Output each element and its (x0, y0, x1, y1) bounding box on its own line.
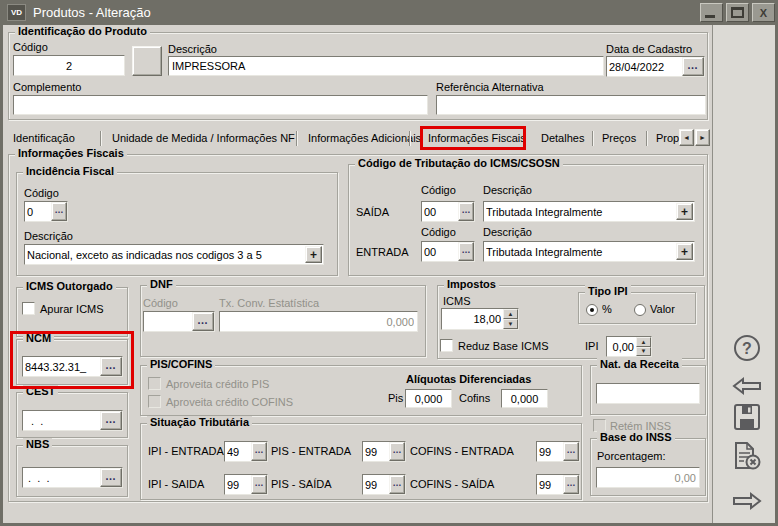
save-button[interactable] (727, 399, 767, 435)
spin-up-icon[interactable] (636, 337, 651, 347)
ipi-entrada-ellipsis-button[interactable] (251, 442, 267, 461)
tab-precos[interactable]: Preços (602, 132, 636, 144)
discard-record-button[interactable] (727, 438, 767, 474)
ipi-saida-input[interactable] (225, 475, 251, 494)
tab-unidade-medida-informacoes-nf[interactable]: Unidade de Medida / Informações NF (112, 132, 295, 144)
cofins-saida-input[interactable] (537, 475, 563, 494)
ipi-spinner-field (606, 336, 652, 357)
tab-separator (409, 131, 410, 146)
saida-codigo-ellipsis-button[interactable] (458, 202, 474, 221)
porcentagem-label: Porcentagem: (597, 450, 665, 462)
entrada-descricao-dropdown-icon[interactable] (676, 243, 693, 260)
group-title: Identificação do Produto (15, 25, 150, 37)
tipo-ipi-percent-radio[interactable] (586, 304, 598, 316)
entrada-codigo-ellipsis-button[interactable] (458, 242, 474, 261)
incidencia-descricao-input[interactable] (25, 245, 304, 264)
data-cadastro-input[interactable] (607, 57, 682, 76)
minimize-icon[interactable] (700, 3, 723, 22)
complemento-label: Complemento (13, 81, 81, 93)
pis-saida-input[interactable] (363, 475, 389, 494)
entrada-descricao-input[interactable] (484, 242, 675, 261)
cofins-saida-ellipsis-button[interactable] (563, 475, 579, 494)
incidencia-codigo-ellipsis-button[interactable] (51, 202, 67, 221)
group-title: Base do INSS (597, 431, 675, 443)
cofins-entrada-ellipsis-button[interactable] (563, 442, 579, 461)
help-button[interactable]: ? (727, 330, 767, 366)
incidencia-descricao-dropdown-icon[interactable] (305, 246, 322, 263)
tab-scroll-right-icon[interactable] (695, 129, 710, 146)
tab-identificacao[interactable]: Identificação (13, 132, 75, 144)
entrada-codigo-input[interactable] (422, 242, 458, 261)
spin-down-icon[interactable] (636, 347, 651, 357)
spin-down-icon[interactable] (503, 319, 518, 329)
close-icon[interactable] (752, 3, 775, 22)
forward-arrow-icon (731, 491, 763, 511)
group-title: Informações Fiscais (15, 147, 127, 159)
tab-detalhes[interactable]: Detalhes (541, 132, 584, 144)
ipi-entrada-input[interactable] (225, 442, 251, 461)
nbs-input[interactable] (23, 468, 100, 487)
pis-entrada-ellipsis-button[interactable] (389, 442, 405, 461)
referencia-alternativa-input[interactable] (436, 95, 706, 115)
maximize-icon[interactable] (726, 3, 749, 22)
next-record-button[interactable] (727, 483, 767, 519)
saida-descricao-combo (483, 201, 695, 222)
group-title: Incidência Fiscal (23, 165, 117, 177)
nbs-ellipsis-button[interactable] (100, 468, 122, 487)
ipi-entrada-field (224, 441, 268, 462)
product-lookup-button[interactable] (132, 46, 162, 76)
aproveita-credito-cofins-checkbox (148, 395, 161, 408)
titlebar: VD Produtos - Alteração (0, 0, 778, 25)
saida-descricao-input[interactable] (484, 202, 675, 221)
group-title: NBS (23, 438, 52, 450)
group-title: Código de Tributação do ICMS/CSOSN (355, 157, 563, 169)
referencia-alternativa-label: Referência Alternativa (436, 81, 544, 93)
tab-separator (646, 131, 647, 146)
reduz-base-icms-checkbox[interactable] (440, 339, 453, 352)
saida-codigo-input[interactable] (422, 202, 458, 221)
tab-separator (296, 131, 297, 146)
tab-informacoes-fiscais-active[interactable]: Informações Fiscais (428, 132, 526, 144)
apurar-icms-checkbox[interactable] (22, 302, 35, 315)
tab-scroll-left-icon[interactable] (679, 129, 694, 146)
entrada-descricao-combo (483, 241, 695, 262)
dnf-codigo-ellipsis-button (192, 312, 214, 331)
cest-ellipsis-button[interactable] (100, 411, 122, 430)
tab-informacoes-adicionais[interactable]: Informações Adicionais (308, 132, 421, 144)
tributacao-saida-codigo-label: Código (421, 184, 456, 196)
nat-receita-input[interactable] (596, 383, 700, 404)
icms-input[interactable] (442, 309, 503, 329)
ncm-ellipsis-button[interactable] (100, 357, 122, 376)
porcentagem-input[interactable] (596, 467, 700, 488)
aliquotas-pis-input[interactable] (405, 389, 452, 408)
tab-separator (100, 131, 101, 146)
saida-descricao-dropdown-icon[interactable] (676, 203, 693, 220)
group-title: PIS/COFINS (147, 358, 215, 370)
tipo-ipi-percent-label: % (602, 303, 612, 315)
apurar-icms-label: Apurar ICMS (40, 303, 104, 315)
pis-saida-ellipsis-button[interactable] (389, 475, 405, 494)
aliquotas-cofins-input[interactable] (501, 389, 548, 408)
data-cadastro-ellipsis-button[interactable] (682, 57, 704, 76)
tributacao-entrada-descricao-label: Descrição (483, 226, 532, 238)
aproveita-credito-pis-label: Aproveita crédito PIS (166, 378, 269, 390)
products-edit-window: VD Produtos - Alteração Identificação do… (0, 0, 778, 526)
ipi-saida-ellipsis-button[interactable] (251, 475, 267, 494)
descricao-input[interactable] (168, 56, 604, 76)
window-title: Produtos - Alteração (33, 5, 700, 20)
ncm-input[interactable] (23, 357, 100, 376)
situacao-tributaria-group: Situação Tributária (140, 423, 582, 500)
help-icon: ? (732, 333, 762, 363)
complemento-input[interactable] (13, 95, 428, 115)
cest-input[interactable] (23, 411, 100, 430)
ipi-input[interactable] (607, 337, 636, 356)
incidencia-codigo-input[interactable] (25, 202, 51, 221)
data-cadastro-label: Data de Cadastro (606, 43, 692, 55)
codigo-input[interactable] (13, 55, 125, 76)
pis-entrada-input[interactable] (363, 442, 389, 461)
spin-up-icon[interactable] (503, 309, 518, 319)
cofins-entrada-input[interactable] (537, 442, 563, 461)
tab-prop-truncated[interactable]: Prop (656, 132, 679, 144)
tipo-ipi-valor-radio[interactable] (634, 304, 646, 316)
saida-codigo-field (421, 201, 475, 222)
